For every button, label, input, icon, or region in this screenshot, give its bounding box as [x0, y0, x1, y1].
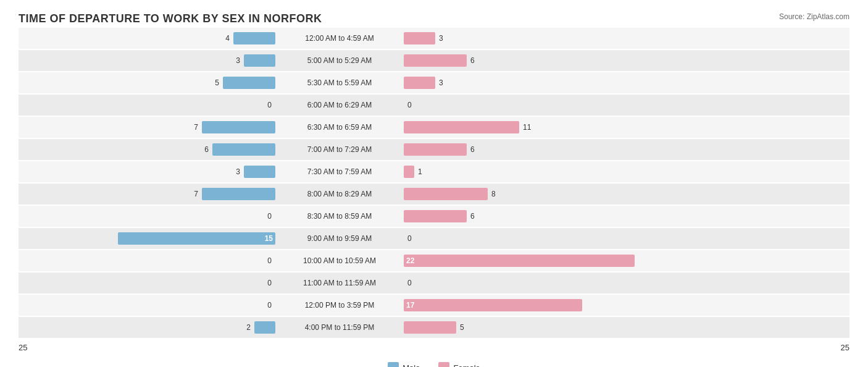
left-value-wrapper: 7 [19, 188, 275, 200]
right-value-wrapper: 6 [404, 210, 661, 222]
bar-female-value: 6 [470, 212, 480, 221]
bar-female-value: 3 [439, 34, 449, 43]
bar-row: 0 10:00 AM to 10:59 AM 22 [19, 250, 849, 271]
right-value-wrapper: 6 [404, 54, 661, 67]
left-section: 6 [19, 143, 278, 156]
bar-male [244, 54, 275, 67]
row-label: 12:00 AM to 4:59 AM [278, 34, 401, 43]
row-label: 8:00 AM to 8:29 AM [278, 190, 401, 198]
bar-female: 17 [404, 299, 582, 311]
bar-female-value: 0 [407, 101, 417, 109]
bar-female-value: 0 [407, 234, 417, 243]
bar-female [404, 32, 435, 44]
left-section: 2 [19, 321, 278, 334]
legend-male-label: Male [403, 363, 420, 368]
row-label: 6:30 AM to 6:59 AM [278, 123, 401, 132]
bar-male [202, 188, 275, 200]
bar-male-value: 7 [188, 190, 198, 198]
chart-container: TIME OF DEPARTURE TO WORK BY SEX IN NORF… [0, 0, 868, 367]
right-value-wrapper: 5 [404, 321, 661, 334]
right-section: 0 [401, 279, 661, 287]
bar-row: 3 7:30 AM to 7:59 AM 1 [19, 161, 849, 182]
left-section: 5 [19, 77, 278, 89]
left-section: 0 [19, 212, 278, 221]
right-section: 8 [401, 188, 661, 200]
right-section: 6 [401, 143, 661, 156]
bar-male-value: 15 [262, 234, 275, 243]
bar-male-value: 0 [262, 256, 272, 265]
bar-female-value: 17 [404, 301, 417, 310]
left-section: 3 [19, 166, 278, 178]
right-section: 3 [401, 32, 661, 44]
left-section: 0 [19, 256, 278, 265]
left-value-wrapper: 0 [19, 212, 275, 221]
bar-male-value: 7 [188, 123, 198, 132]
row-label: 7:00 AM to 7:29 AM [278, 145, 401, 154]
left-value-wrapper: 3 [19, 166, 275, 178]
right-section: 1 [401, 166, 661, 178]
bar-male [233, 32, 275, 44]
bar-female-value: 22 [404, 256, 417, 265]
right-value-wrapper: 17 [404, 299, 661, 311]
bar-male-value: 6 [199, 145, 209, 154]
axis-left: 25 [19, 343, 27, 352]
bar-male: 15 [118, 232, 275, 245]
row-label: 7:30 AM to 7:59 AM [278, 167, 401, 176]
bar-female [404, 188, 488, 200]
bar-female-value: 6 [470, 145, 480, 154]
bar-female [404, 143, 467, 156]
left-value-wrapper: 0 [19, 256, 275, 265]
row-label: 4:00 PM to 11:59 PM [278, 323, 401, 332]
bar-male-value: 2 [241, 323, 251, 332]
bar-male-value: 5 [209, 78, 219, 87]
bar-male [244, 166, 275, 178]
bar-male-value: 0 [262, 279, 272, 287]
right-section: 5 [401, 321, 661, 334]
bar-female-value: 6 [470, 56, 480, 65]
right-value-wrapper: 3 [404, 32, 661, 44]
legend-male-box [388, 362, 399, 367]
left-value-wrapper: 4 [19, 32, 275, 44]
left-value-wrapper: 0 [19, 101, 275, 109]
right-value-wrapper: 0 [404, 101, 661, 109]
bar-female-value: 5 [460, 323, 470, 332]
bar-female [404, 54, 467, 67]
right-section: 3 [401, 77, 661, 89]
right-section: 0 [401, 101, 661, 109]
legend-male: Male [388, 362, 420, 367]
legend-female-label: Female [453, 363, 480, 368]
bar-female [404, 166, 414, 178]
bar-row: 5 5:30 AM to 5:59 AM 3 [19, 72, 849, 93]
right-section: 22 [401, 255, 661, 267]
left-section: 0 [19, 279, 278, 287]
right-value-wrapper: 6 [404, 143, 661, 156]
bar-row: 6 7:00 AM to 7:29 AM 6 [19, 139, 849, 160]
bar-female-value: 11 [523, 123, 533, 132]
bar-female [404, 77, 435, 89]
right-value-wrapper: 22 [404, 255, 661, 267]
bar-male [254, 321, 275, 334]
bar-male-value: 3 [230, 56, 240, 65]
bar-male [212, 143, 275, 156]
right-section: 17 [401, 299, 661, 311]
right-value-wrapper: 8 [404, 188, 661, 200]
row-label: 10:00 AM to 10:59 AM [278, 256, 401, 265]
bar-male-value: 4 [220, 34, 230, 43]
right-value-wrapper: 3 [404, 77, 661, 89]
right-value-wrapper: 0 [404, 234, 661, 243]
bar-row: 0 11:00 AM to 11:59 AM 0 [19, 272, 849, 293]
right-value-wrapper: 1 [404, 166, 661, 178]
left-value-wrapper: 7 [19, 121, 275, 133]
bar-male-value: 3 [230, 167, 240, 176]
bar-row: 0 12:00 PM to 3:59 PM 17 [19, 295, 849, 316]
right-value-wrapper: 0 [404, 279, 661, 287]
left-value-wrapper: 0 [19, 301, 275, 310]
bar-male [202, 121, 275, 133]
left-section: 3 [19, 54, 278, 67]
legend-female-box [438, 362, 449, 367]
chart-title: TIME OF DEPARTURE TO WORK BY SEX IN NORF… [19, 12, 322, 25]
left-value-wrapper: 5 [19, 77, 275, 89]
bar-row: 0 8:30 AM to 8:59 AM 6 [19, 206, 849, 227]
row-label: 6:00 AM to 6:29 AM [278, 101, 401, 109]
bar-male [223, 77, 275, 89]
